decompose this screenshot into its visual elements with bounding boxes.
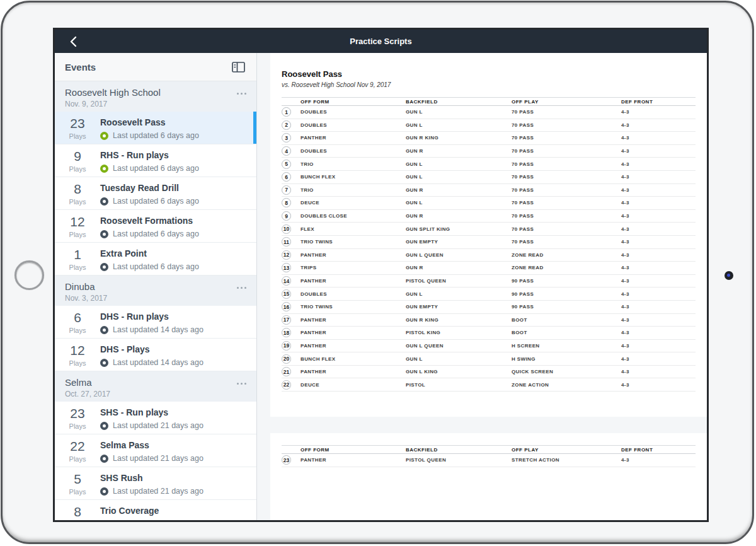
play-row[interactable]: 3 PANTHER GUN R KING 70 PASS 4-3 bbox=[282, 132, 696, 145]
play-count-block: 8 Plays bbox=[55, 182, 100, 209]
play-number: 21 bbox=[282, 367, 291, 376]
play-row[interactable]: 19 PANTHER GUN L QUEEN H SCREEN 4-3 bbox=[282, 340, 696, 353]
play-cell: GUN L bbox=[406, 161, 512, 167]
play-cell: DOUBLES bbox=[301, 122, 406, 128]
play-cell: DOUBLES bbox=[301, 291, 406, 297]
play-row[interactable]: 18 PANTHER PISTOL KING BOOT 4-3 bbox=[282, 327, 696, 340]
play-row[interactable]: 5 TRIO GUN L 70 PASS 4-3 bbox=[282, 158, 696, 171]
play-number: 16 bbox=[282, 302, 291, 311]
play-row[interactable]: 10 FLEX GUN SPLIT KING 70 PASS 4-3 bbox=[282, 223, 696, 236]
play-row[interactable]: 14 PANTHER PISTOL QUEEN 90 PASS 4-3 bbox=[282, 275, 696, 288]
play-row[interactable]: 11 TRIO TWINS GUN EMPTY 70 PASS 4-3 bbox=[282, 236, 696, 249]
play-number-cell: 20 bbox=[282, 354, 301, 364]
play-row[interactable]: 22 DEUCE PISTOL ZONE ACTION 4-3 bbox=[282, 378, 696, 392]
play-count: 6 bbox=[55, 311, 100, 325]
play-row[interactable]: 6 BUNCH FLEX GUN L 70 PASS 4-3 bbox=[282, 171, 696, 184]
status-text: Last updated 6 days ago bbox=[113, 197, 199, 206]
status-dot-icon bbox=[100, 230, 108, 238]
script-card: Roosevelt Pass vs. Roosevelt High School… bbox=[270, 53, 707, 417]
play-cell: GUN SPLIT KING bbox=[406, 226, 512, 232]
plays-label: Plays bbox=[55, 132, 100, 140]
play-number: 13 bbox=[282, 263, 291, 272]
play-cell: 70 PASS bbox=[512, 135, 621, 141]
play-row[interactable]: 12 PANTHER GUN L QUEEN ZONE READ 4-3 bbox=[282, 249, 696, 262]
script-table-2: OFF FORMBACKFIELDOFF PLAYDEF FRONT 23 PA… bbox=[282, 445, 696, 467]
event-script-item[interactable]: 1 Plays Extra Point Last updated 6 days … bbox=[55, 243, 256, 276]
play-cell: GUN EMPTY bbox=[406, 239, 512, 245]
event-script-item[interactable]: 12 Plays Roosevelt Formations Last updat… bbox=[55, 210, 256, 243]
play-cell: GUN L bbox=[406, 200, 512, 206]
event-group-header: Selma Oct. 27, 2017 bbox=[55, 371, 256, 402]
plays-label: Plays bbox=[55, 198, 100, 206]
play-row[interactable]: 20 BUNCH FLEX GUN L H SWING 4-3 bbox=[282, 352, 696, 366]
play-row[interactable]: 2 DOUBLES GUN L 70 PASS 4-3 bbox=[282, 119, 696, 132]
back-button[interactable] bbox=[62, 30, 84, 53]
event-script-item[interactable]: 23 Plays SHS - Run plays Last updated 21… bbox=[55, 402, 256, 434]
event-script-item[interactable]: 8 Plays Trio Coverage bbox=[55, 500, 256, 520]
play-cell: GUN L QUEEN bbox=[406, 343, 512, 349]
play-cell: 4-3 bbox=[621, 200, 696, 206]
status-row: Last updated 6 days ago bbox=[100, 229, 256, 238]
play-row[interactable]: 9 DOUBLES CLOSE GUN R 70 PASS 4-3 bbox=[282, 210, 696, 223]
play-count-block: 6 Plays bbox=[55, 311, 100, 338]
play-cell: H SWING bbox=[512, 356, 621, 362]
play-row[interactable]: 7 TRIO GUN R 70 PASS 4-3 bbox=[282, 184, 696, 197]
play-cell: GUN L KING bbox=[406, 369, 512, 375]
status-text: Last updated 6 days ago bbox=[113, 164, 199, 173]
camera-icon bbox=[724, 271, 733, 280]
play-number-cell: 14 bbox=[282, 276, 301, 286]
play-row[interactable]: 1 DOUBLES GUN L 70 PASS 4-3 bbox=[282, 106, 696, 119]
event-item-main: Roosevelt Pass Last updated 6 days ago bbox=[100, 117, 256, 144]
event-script-item[interactable]: 6 Plays DHS - Run plays Last updated 14 … bbox=[55, 306, 256, 339]
play-number: 20 bbox=[282, 354, 291, 364]
play-cell: 4-3 bbox=[621, 382, 696, 388]
play-cell: PANTHER bbox=[301, 343, 406, 349]
event-script-item[interactable]: 12 Plays DHS - Plays Last updated 14 day… bbox=[55, 339, 256, 371]
play-cell: ZONE ACTION bbox=[512, 382, 621, 388]
play-cell: STRETCH ACTION bbox=[512, 457, 621, 463]
status-row: Last updated 6 days ago bbox=[100, 164, 256, 173]
back-chevron-icon bbox=[70, 36, 77, 47]
play-cell: TRIO bbox=[301, 161, 406, 167]
more-options-button[interactable] bbox=[236, 380, 248, 387]
script-card-continued: OFF FORMBACKFIELDOFF PLAYDEF FRONT 23 PA… bbox=[270, 433, 707, 520]
play-count-block: 8 Plays bbox=[55, 505, 100, 520]
play-row[interactable]: 21 PANTHER GUN L KING QUICK SCREEN 4-3 bbox=[282, 366, 696, 379]
panel-toggle-button[interactable] bbox=[231, 61, 246, 74]
play-number: 10 bbox=[282, 224, 291, 234]
event-script-item[interactable]: 23 Plays Roosevelt Pass Last updated 6 d… bbox=[55, 112, 256, 144]
event-script-item[interactable]: 9 Plays RHS - Run plays Last updated 6 d… bbox=[55, 144, 256, 177]
status-dot-icon bbox=[100, 455, 108, 463]
play-row[interactable]: 13 TRIPS GUN R ZONE READ 4-3 bbox=[282, 262, 696, 275]
table-head: OFF FORMBACKFIELDOFF PLAYDEF FRONT bbox=[282, 445, 696, 454]
event-script-item[interactable]: 8 Plays Tuesday Read Drill Last updated … bbox=[55, 177, 256, 210]
status-dot-icon bbox=[100, 263, 108, 271]
play-row[interactable]: 8 DEUCE GUN L 70 PASS 4-3 bbox=[282, 197, 696, 210]
more-options-button[interactable] bbox=[236, 284, 248, 291]
play-row[interactable]: 4 DOUBLES GUN R 70 PASS 4-3 bbox=[282, 145, 696, 158]
play-cell: 70 PASS bbox=[512, 213, 621, 219]
play-cell: GUN R bbox=[406, 187, 512, 193]
column-header: OFF PLAY bbox=[512, 447, 621, 453]
play-row[interactable]: 15 DOUBLES GUN L 90 PASS 4-3 bbox=[282, 288, 696, 301]
more-options-button[interactable] bbox=[236, 90, 248, 97]
play-row[interactable]: 16 TRIO TWINS GUN EMPTY 90 PASS 4-3 bbox=[282, 301, 696, 314]
home-button[interactable] bbox=[14, 260, 44, 290]
play-number-cell: 6 bbox=[282, 172, 301, 182]
play-number-cell: 10 bbox=[282, 224, 301, 234]
play-cell: GUN L bbox=[406, 174, 512, 180]
event-script-item[interactable]: 5 Plays SHS Rush Last updated 21 days ag… bbox=[55, 467, 256, 500]
event-script-item[interactable]: 22 Plays Selma Pass Last updated 21 days… bbox=[55, 434, 256, 467]
play-cell: 4-3 bbox=[621, 343, 696, 349]
play-number: 22 bbox=[282, 380, 291, 390]
status-text: Last updated 14 days ago bbox=[113, 325, 203, 334]
status-dot-icon bbox=[100, 197, 108, 206]
play-number-cell: 1 bbox=[282, 107, 301, 117]
column-header: BACKFIELD bbox=[406, 99, 512, 105]
event-title: SHS - Run plays bbox=[100, 407, 256, 419]
play-row[interactable]: 23 PANTHER PISTOL QUEEN STRETCH ACTION 4… bbox=[282, 454, 696, 467]
status-text: Last updated 21 days ago bbox=[113, 421, 203, 430]
play-count-block: 9 Plays bbox=[55, 149, 100, 177]
play-row[interactable]: 17 PANTHER GUN R KING BOOT 4-3 bbox=[282, 314, 696, 327]
play-cell: 4-3 bbox=[621, 187, 696, 193]
